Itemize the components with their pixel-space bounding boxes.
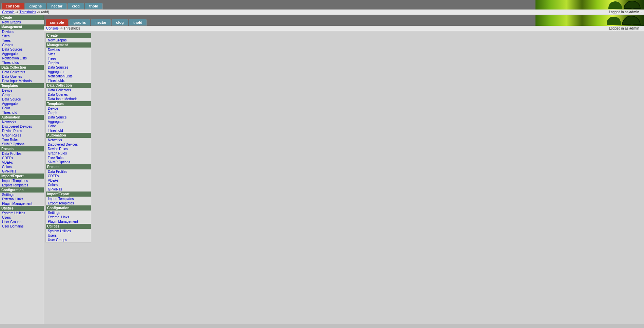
dp-item-discovered-devices[interactable]: Discovered Devices bbox=[46, 142, 91, 147]
dp-item-devices[interactable]: Devices bbox=[46, 48, 91, 52]
sidebar-item-graph-rules[interactable]: Graph Rules bbox=[0, 133, 44, 138]
sidebar-item-external-links[interactable]: External Links bbox=[0, 197, 44, 201]
dp-item-system-utilities[interactable]: System Utilities bbox=[46, 229, 91, 233]
dp-item-gprints[interactable]: GPRINTs bbox=[46, 187, 91, 192]
sidebar-item-data-profiles[interactable]: Data Profiles bbox=[0, 151, 44, 156]
dp-section-header-create: Create bbox=[46, 33, 91, 38]
sidebar-item-colors[interactable]: Colors bbox=[0, 165, 44, 169]
sidebar-item-data-source[interactable]: Data Source bbox=[0, 97, 44, 102]
sidebar-item-data-queries[interactable]: Data Queries bbox=[0, 74, 44, 79]
dp-item-colors[interactable]: Colors bbox=[46, 183, 91, 187]
sidebar-item-graphs[interactable]: Graphs bbox=[0, 43, 44, 47]
sidebar-item-settings[interactable]: Settings bbox=[0, 193, 44, 197]
dp-item-color[interactable]: Color bbox=[46, 124, 91, 128]
sidebar-item-tree-rules[interactable]: Tree Rules bbox=[0, 138, 44, 142]
dp-item-graph[interactable]: Graph bbox=[46, 111, 91, 115]
dp-item-user-groups[interactable]: User Groups bbox=[46, 238, 91, 242]
dp-section-header-import-export: Import/Export bbox=[46, 192, 91, 197]
dp-item-tree-rules[interactable]: Tree Rules bbox=[46, 156, 91, 160]
sidebar-item-color[interactable]: Color bbox=[0, 106, 44, 110]
dp-item-data-collectors[interactable]: Data Collectors bbox=[46, 88, 91, 92]
sidebar-item-user-domains[interactable]: User Domains bbox=[0, 224, 44, 229]
nav-tab-console[interactable]: console bbox=[45, 19, 69, 26]
dp-item-export-templates[interactable]: Export Templates bbox=[46, 201, 91, 205]
dp-item-data-sources[interactable]: Data Sources bbox=[46, 65, 91, 70]
sidebar-item-aggregate[interactable]: Aggregate bbox=[0, 102, 44, 106]
dp-item-data-source[interactable]: Data Source bbox=[46, 115, 91, 120]
breadcrumb-console-link[interactable]: Console bbox=[2, 10, 15, 14]
sidebar-item-data-collectors[interactable]: Data Collectors bbox=[0, 70, 44, 74]
nav-tab-nectar[interactable]: nectar bbox=[91, 19, 111, 26]
sidebar-item-users[interactable]: Users bbox=[0, 215, 44, 220]
dp-item-new-graphs[interactable]: New Graphs bbox=[46, 38, 91, 42]
sidebar-item-notification-lists[interactable]: Notification Lists bbox=[0, 56, 44, 60]
dp-item-aggregate[interactable]: Aggregate bbox=[46, 120, 91, 124]
dp-item-aggregates[interactable]: Aggregates bbox=[46, 70, 91, 74]
sidebar-item-user-groups[interactable]: User Groups bbox=[0, 220, 44, 224]
dp-item-snmp-options[interactable]: SNMP Options bbox=[46, 160, 91, 164]
dp-item-external-links[interactable]: External Links bbox=[46, 215, 91, 219]
sidebar-item-plugin-management[interactable]: Plugin Management bbox=[0, 201, 44, 206]
dp-item-graphs[interactable]: Graphs bbox=[46, 61, 91, 65]
sidebar-item-vdefs[interactable]: VDEFs bbox=[0, 160, 44, 165]
sidebar-item-data-sources[interactable]: Data Sources bbox=[0, 47, 44, 52]
dp-item-networks[interactable]: Networks bbox=[46, 138, 91, 142]
sidebar-item-sites[interactable]: Sites bbox=[0, 34, 44, 38]
dp-item-device-rules[interactable]: Device Rules bbox=[46, 147, 91, 151]
sidebar-item-device-rules[interactable]: Device Rules bbox=[0, 129, 44, 133]
second-breadcrumb: Console -> Thresholds Logged in as admin… bbox=[44, 26, 644, 31]
dp-item-settings[interactable]: Settings bbox=[46, 211, 91, 215]
dp-item-device[interactable]: Device bbox=[46, 106, 91, 111]
dp-item-notification-lists[interactable]: Notification Lists bbox=[46, 74, 91, 78]
dp-item-plugin-management[interactable]: Plugin Management bbox=[46, 219, 91, 224]
dp-item-threshold[interactable]: Threshold bbox=[46, 128, 91, 133]
dp-item-users[interactable]: Users bbox=[46, 233, 91, 238]
sidebar-item-new-graphs[interactable]: New Graphs bbox=[0, 20, 44, 24]
sidebar-item-graph[interactable]: Graph bbox=[0, 93, 44, 97]
sidebar-item-devices[interactable]: Devices bbox=[0, 30, 44, 34]
dp-item-trees[interactable]: Trees bbox=[46, 56, 91, 61]
sidebar-item-data-input-methods[interactable]: Data Input Methods bbox=[0, 79, 44, 83]
nav-tab-thold[interactable]: thold bbox=[129, 19, 147, 26]
dp-item-thresholds[interactable]: Thresholds bbox=[46, 78, 91, 83]
sidebar-item-thresholds[interactable]: Thresholds bbox=[0, 60, 44, 65]
second-breadcrumb-console[interactable]: Console bbox=[46, 26, 59, 30]
dp-item-data-profiles[interactable]: Data Profiles bbox=[46, 169, 91, 174]
breadcrumb-thresholds-link[interactable]: Thresholds bbox=[19, 10, 36, 14]
logged-in-bar: Logged in as admin ↓ bbox=[609, 10, 642, 14]
sidebar-item-aggregates[interactable]: Aggregates bbox=[0, 52, 44, 56]
sidebar-item-threshold[interactable]: Threshold bbox=[0, 110, 44, 115]
nav-tab-console[interactable]: console bbox=[1, 3, 24, 10]
sidebar-item-export-templates[interactable]: Export Templates bbox=[0, 183, 44, 187]
sidebar-item-cdefs[interactable]: CDEFs bbox=[0, 156, 44, 160]
sidebar-item-system-utilities[interactable]: System Utilities bbox=[0, 211, 44, 215]
dp-item-graph-rules[interactable]: Graph Rules bbox=[46, 151, 91, 156]
nav-tab-clog[interactable]: clog bbox=[67, 3, 84, 10]
nav-tab-clog[interactable]: clog bbox=[112, 19, 128, 26]
nav-tab-nectar[interactable]: nectar bbox=[47, 3, 67, 10]
content-area: consolegraphsnectarclogthold Console -> … bbox=[44, 15, 644, 324]
dp-item-vdefs[interactable]: VDEFs bbox=[46, 178, 91, 183]
nav-tab-thold[interactable]: thold bbox=[85, 3, 103, 10]
sidebar-item-gprints[interactable]: GPRINTs bbox=[0, 169, 44, 174]
sidebar-item-snmp-options[interactable]: SNMP Options bbox=[0, 142, 44, 146]
sidebar-item-import-templates[interactable]: Import Templates bbox=[0, 179, 44, 183]
sidebar-item-trees[interactable]: Trees bbox=[0, 38, 44, 43]
dp-section-header-automation: Automation bbox=[46, 133, 91, 138]
sidebar-section-header-import-export: Import/Export bbox=[0, 174, 44, 179]
dp-item-cdefs[interactable]: CDEFs bbox=[46, 174, 91, 178]
dp-item-sites[interactable]: Sites bbox=[46, 52, 91, 56]
nav-tab-graphs[interactable]: graphs bbox=[69, 19, 91, 26]
second-nav: consolegraphsnectarclogthold bbox=[45, 19, 148, 26]
dp-item-import-templates[interactable]: Import Templates bbox=[46, 197, 91, 201]
dp-item-data-input-methods[interactable]: Data Input Methods bbox=[46, 97, 91, 101]
breadcrumb-sep2: -> bbox=[37, 10, 41, 14]
sidebar-item-networks[interactable]: Networks bbox=[0, 120, 44, 124]
sidebar-item-discovered-devices[interactable]: Discovered Devices bbox=[0, 124, 44, 129]
dropdown-menu-panel: CreateNew GraphsManagementDevicesSitesTr… bbox=[44, 31, 93, 244]
sidebar-item-device[interactable]: Device bbox=[0, 88, 44, 93]
header-decoration bbox=[535, 0, 644, 10]
sidebar-section-header-automation: Automation bbox=[0, 115, 44, 120]
nav-tab-graphs[interactable]: graphs bbox=[25, 3, 46, 10]
dp-item-data-queries[interactable]: Data Queries bbox=[46, 92, 91, 97]
